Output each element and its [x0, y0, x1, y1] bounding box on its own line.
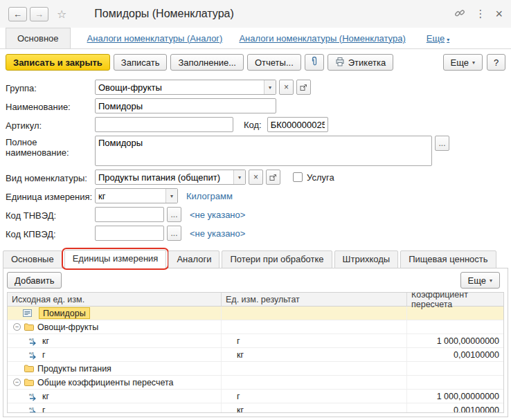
name-input[interactable] [95, 98, 276, 113]
folder-icon [24, 323, 34, 331]
cell-source: ед кг [8, 334, 221, 347]
result-unit: г [221, 390, 406, 403]
source-unit: кг [42, 336, 49, 346]
units-table: Исходная ед. изм. Ед. изм. результат Коэ… [7, 292, 504, 413]
printer-icon [335, 57, 345, 69]
add-button[interactable]: Добавить [7, 272, 62, 289]
dropdown-arrow-icon[interactable]: ▾ [165, 189, 177, 203]
type-input[interactable] [96, 170, 233, 184]
collapse-icon[interactable]: − [13, 378, 21, 386]
nav-link-analogs-nomenclature[interactable]: Аналоги номенклатуры (Номенклатура) [239, 33, 405, 44]
service-checkbox[interactable] [293, 172, 303, 182]
folder-icon [24, 378, 34, 386]
source-unit: кг [42, 392, 49, 401]
app-window: ← → ☆ Помидоры (Номенклатура) ⋮ × Основн… [0, 0, 511, 420]
save-button[interactable]: Записать [114, 54, 168, 71]
tnved-input[interactable] [95, 207, 164, 222]
fullname-ellipsis-button[interactable]: ... [435, 136, 449, 151]
fullname-textarea[interactable]: Помидоры [95, 136, 432, 166]
cell-source: Продукты питания [8, 362, 221, 375]
unit-conversion-icon: ед [28, 405, 39, 414]
cell-source: Помидоры [8, 307, 221, 320]
panel-more-button[interactable]: Еще▾ [460, 272, 500, 289]
attachment-button[interactable] [305, 54, 324, 71]
forward-button[interactable]: → [30, 7, 48, 21]
unit-input[interactable] [96, 189, 165, 203]
section-tab-main-label: Основное [17, 33, 59, 44]
group-clear-button[interactable]: × [279, 80, 294, 95]
label-print-button[interactable]: Этикетка [328, 54, 393, 71]
kpved-label: Код КПВЭД: [6, 228, 95, 239]
close-icon[interactable]: × [495, 8, 503, 20]
code-label: Код: [244, 120, 262, 130]
column-header-source-unit[interactable]: Исходная ед. изм. [8, 293, 221, 306]
field-row-name: Наименование: [6, 98, 505, 113]
name-label: Наименование: [6, 100, 95, 112]
table-row[interactable]: ед г кг 0,00100000 [8, 348, 503, 362]
tab-units-label: Единицы измерения [73, 253, 159, 264]
tab-processing-losses[interactable]: Потери при обработке [222, 250, 332, 268]
type-combo: ▾ [95, 170, 246, 185]
chevron-down-icon: ▾ [447, 37, 449, 43]
chevron-down-icon: ▾ [472, 60, 475, 66]
group-input[interactable] [96, 80, 264, 94]
save-and-close-button[interactable]: Записать и закрыть [6, 54, 110, 71]
type-clear-button[interactable]: × [249, 170, 263, 185]
kpved-ellipsis-button[interactable]: ... [167, 226, 181, 241]
kpved-input[interactable] [95, 226, 164, 241]
code-input[interactable] [267, 117, 328, 132]
table-row[interactable]: Помидоры [8, 307, 503, 320]
unit-fullname-link[interactable]: Килограмм [186, 191, 233, 201]
unit-conversion-icon: ед [28, 392, 39, 401]
toolbar-more-button[interactable]: Еще▾ [443, 54, 483, 71]
cell-result [221, 320, 406, 334]
back-button[interactable]: ← [8, 7, 27, 21]
tnved-hint-link[interactable]: <не указано> [190, 210, 245, 220]
tab-nutrition[interactable]: Пищевая ценность [400, 250, 496, 268]
link-icon[interactable] [454, 8, 465, 21]
tab-barcodes[interactable]: Штрихкоды [334, 250, 399, 268]
table-row[interactable]: Продукты питания [8, 362, 503, 376]
group-open-button[interactable] [296, 80, 311, 95]
tab-main-props[interactable]: Основные [3, 250, 62, 268]
svg-text:ед: ед [29, 351, 34, 355]
cell-result [221, 307, 406, 320]
type-open-button[interactable] [266, 170, 280, 185]
article-input[interactable] [95, 117, 233, 132]
column-header-result-unit[interactable]: Ед. изм. результат [221, 293, 406, 306]
table-row[interactable]: ед кг г 1 000,00000000 [8, 334, 503, 348]
collapse-icon[interactable]: − [13, 323, 21, 331]
favorite-star-icon[interactable]: ☆ [57, 8, 66, 21]
table-row[interactable]: ед г кг 0,00100000 [8, 403, 503, 413]
dropdown-arrow-icon[interactable]: ▾ [264, 80, 276, 94]
table-row[interactable]: − Овощи-фрукты [8, 320, 503, 334]
cell-source: ед г [8, 348, 221, 361]
help-button[interactable]: ? [487, 54, 505, 71]
kebab-menu-icon[interactable]: ⋮ [475, 8, 485, 20]
tab-units[interactable]: Единицы измерения [64, 250, 167, 268]
kpved-hint-link[interactable]: <не указано> [190, 228, 245, 239]
coefficient-value: 0,00100000 [406, 403, 503, 413]
section-tab-main[interactable]: Основное [6, 28, 71, 48]
tab-analogs[interactable]: Аналоги [168, 250, 219, 268]
reports-button[interactable]: Отчеты... [247, 54, 301, 71]
cell-source: − Овощи-фрукты [8, 320, 221, 334]
back-arrow-icon: ← [13, 9, 22, 19]
nav-more-link[interactable]: Еще▾ [427, 33, 449, 44]
dropdown-arrow-icon[interactable]: ▾ [233, 170, 245, 184]
open-icon [269, 174, 277, 181]
table-row[interactable]: − Общие коэффициенты пересчета [8, 376, 503, 390]
group-label: Продукты питания [37, 364, 111, 374]
column-header-coefficient[interactable]: Коэффициент пересчета [406, 293, 503, 306]
unit-conversion-icon: ед [28, 336, 39, 346]
field-row-unit: Единица измерения: ▾ Килограмм [6, 188, 505, 203]
fill-button[interactable]: Заполнение... [170, 54, 244, 71]
fullname-label: Полное наименование: [6, 136, 95, 158]
nomenclature-item-icon [23, 309, 32, 317]
tnved-ellipsis-button[interactable]: ... [167, 207, 181, 222]
table-row[interactable]: ед кг г 1 000,00000000 [8, 390, 503, 403]
cell-result [221, 362, 406, 375]
chevron-down-icon: ▾ [490, 277, 492, 284]
nav-link-analogs-analog[interactable]: Аналоги номенклатуры (Аналог) [87, 33, 223, 44]
forward-arrow-icon: → [35, 9, 44, 19]
